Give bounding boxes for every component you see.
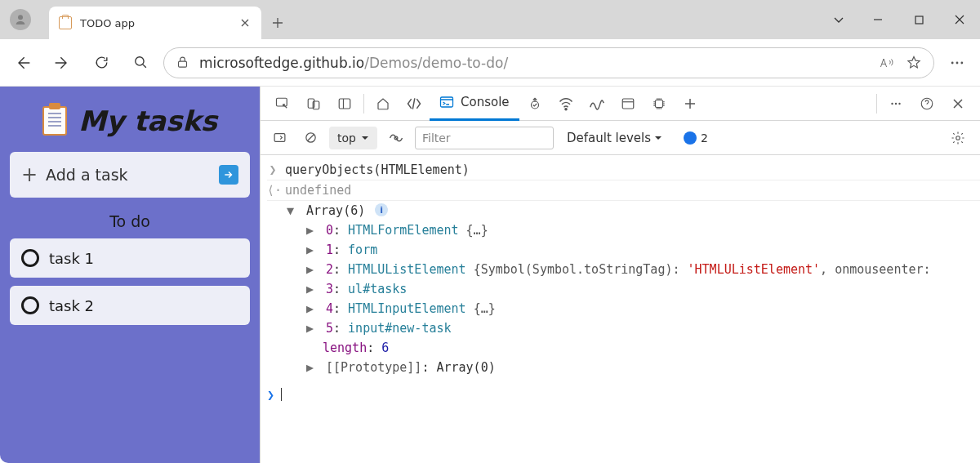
- issues-button[interactable]: 2: [684, 131, 708, 145]
- output-chevron-icon: ⟨·: [267, 183, 278, 198]
- toggle-sidebar-button[interactable]: [267, 121, 292, 155]
- expand-icon[interactable]: ▶: [306, 243, 316, 257]
- console-prompt[interactable]: ❯: [267, 385, 980, 405]
- console-command: queryObjects(HTMLElement): [285, 162, 470, 177]
- add-task-placeholder: Add a task: [46, 166, 211, 184]
- add-task-input[interactable]: + Add a task: [10, 152, 250, 198]
- window-controls: [820, 0, 980, 39]
- task-checkbox[interactable]: [21, 249, 39, 267]
- length-row[interactable]: length: 6: [290, 338, 980, 358]
- console-entry[interactable]: ▶1: form: [290, 240, 980, 260]
- console-entry[interactable]: ▶0: HTMLFormElement {…}: [290, 220, 980, 240]
- welcome-tab[interactable]: [368, 87, 399, 121]
- browser-tab[interactable]: TODO app: [49, 7, 261, 39]
- expand-icon[interactable]: ▼: [287, 203, 296, 218]
- settings-menu-button[interactable]: [941, 47, 973, 79]
- sources-tab[interactable]: [519, 87, 550, 121]
- clear-console-button[interactable]: [298, 121, 323, 155]
- devtools-panel: Console top Filter: [260, 87, 980, 463]
- url-text: microsoftedge.github.io/Demos/demo-to-do…: [199, 55, 870, 71]
- live-expression-button[interactable]: [384, 121, 408, 155]
- new-tab-button[interactable]: [261, 7, 294, 39]
- filter-input[interactable]: Filter: [415, 127, 554, 149]
- svg-rect-7: [277, 98, 287, 106]
- tab-actions-button[interactable]: [820, 0, 858, 39]
- expand-icon[interactable]: ▶: [306, 301, 316, 316]
- more-tools-button[interactable]: [675, 87, 706, 121]
- device-toggle-button[interactable]: [298, 87, 329, 121]
- elements-tab[interactable]: [399, 87, 430, 121]
- console-tab[interactable]: Console: [430, 87, 519, 121]
- task-label: task 1: [49, 250, 94, 267]
- clipboard-icon: [42, 106, 67, 136]
- context-selector[interactable]: top: [329, 127, 377, 149]
- address-bar: microsoftedge.github.io/Demos/demo-to-do…: [0, 39, 980, 87]
- expand-icon[interactable]: ▶: [306, 321, 316, 336]
- dock-side-button[interactable]: [329, 87, 360, 121]
- svg-point-13: [564, 108, 566, 109]
- network-tab[interactable]: [550, 87, 581, 121]
- undefined-value: undefined: [285, 183, 351, 198]
- input-chevron-icon: ❯: [267, 162, 278, 177]
- svg-rect-14: [622, 99, 634, 109]
- submit-task-button[interactable]: [219, 165, 238, 185]
- console-object-row[interactable]: ▼ Array(6) i: [267, 201, 980, 220]
- task-label: task 2: [49, 297, 94, 314]
- memory-tab[interactable]: [644, 87, 675, 121]
- expand-icon[interactable]: ▶: [306, 282, 316, 296]
- expand-icon[interactable]: ▶: [306, 262, 316, 277]
- url-field[interactable]: microsoftedge.github.io/Demos/demo-to-do…: [163, 47, 934, 78]
- back-button[interactable]: [7, 47, 39, 79]
- svg-point-0: [18, 15, 23, 20]
- console-entry[interactable]: ▶5: input#new-task: [290, 318, 980, 338]
- console-input-row: ❯ queryObjects(HTMLElement): [267, 160, 980, 180]
- rendered-page: My tasks + Add a task To do task 1 task …: [0, 87, 260, 463]
- read-aloud-button[interactable]: [880, 56, 896, 70]
- task-item[interactable]: task 1: [10, 238, 250, 278]
- avatar-icon: [10, 9, 31, 30]
- performance-tab[interactable]: [581, 87, 612, 121]
- maximize-button[interactable]: [898, 0, 939, 39]
- console-settings-button[interactable]: [942, 121, 973, 155]
- devtools-more-button[interactable]: [880, 87, 911, 121]
- svg-point-18: [898, 102, 900, 104]
- page-header: My tasks: [10, 96, 250, 152]
- svg-rect-15: [655, 100, 662, 107]
- minimize-button[interactable]: [858, 0, 898, 39]
- application-tab[interactable]: [612, 87, 644, 121]
- console-entry[interactable]: ▶2: HTMLUListElement {Symbol(Symbol.toSt…: [290, 260, 980, 279]
- expand-icon[interactable]: ▶: [306, 360, 316, 375]
- close-tab-button[interactable]: [238, 16, 252, 29]
- profile-button[interactable]: [0, 0, 41, 39]
- search-button[interactable]: [124, 47, 157, 79]
- task-item[interactable]: task 2: [10, 286, 250, 325]
- console-entry[interactable]: ▶4: HTMLInputElement {…}: [290, 299, 980, 318]
- console-tab-label: Console: [461, 95, 510, 109]
- svg-rect-1: [915, 16, 923, 24]
- svg-point-17: [895, 102, 897, 104]
- svg-point-4: [951, 61, 954, 64]
- site-info-button[interactable]: [176, 56, 189, 69]
- console-output[interactable]: ❯ queryObjects(HTMLElement) ⟨· undefined…: [261, 155, 980, 463]
- prototype-row[interactable]: ▶ [[Prototype]]: Array(0): [290, 358, 980, 377]
- favorite-button[interactable]: [906, 55, 922, 71]
- console-entry[interactable]: ▶3: ul#tasks: [290, 279, 980, 299]
- svg-rect-20: [274, 134, 285, 142]
- svg-point-2: [135, 57, 143, 65]
- console-return-row: ⟨· undefined: [267, 180, 980, 201]
- cursor: [281, 388, 282, 401]
- devtools-close-button[interactable]: [942, 87, 973, 121]
- info-icon[interactable]: i: [375, 203, 388, 216]
- svg-point-6: [960, 61, 963, 64]
- window-titlebar: TODO app: [0, 0, 980, 39]
- task-checkbox[interactable]: [21, 296, 39, 314]
- forward-button[interactable]: [46, 47, 78, 79]
- inspect-element-button[interactable]: [267, 87, 298, 121]
- expand-icon[interactable]: ▶: [306, 223, 316, 238]
- log-levels-selector[interactable]: Default levels: [567, 131, 662, 145]
- devtools-help-button[interactable]: [911, 87, 942, 121]
- close-window-button[interactable]: [939, 0, 980, 39]
- svg-point-23: [956, 136, 960, 140]
- svg-rect-3: [179, 61, 187, 67]
- refresh-button[interactable]: [85, 47, 118, 79]
